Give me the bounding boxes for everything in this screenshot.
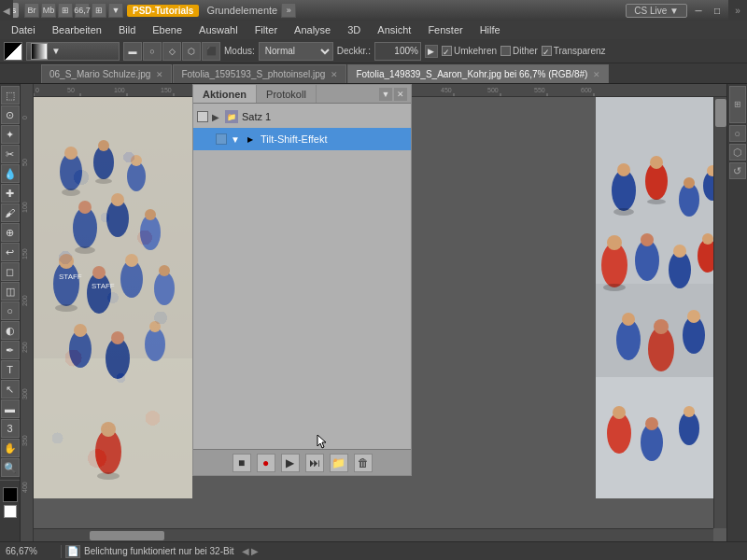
tab-protokoll[interactable]: Protokoll: [257, 85, 317, 103]
menu-ebene[interactable]: Ebene: [145, 22, 190, 37]
umkehren-checkbox[interactable]: [442, 46, 452, 56]
tab-2[interactable]: Fotolia_149839_S_Aaron_Kohr.jpg bei 66,7…: [347, 64, 609, 83]
tool-dodge[interactable]: ◐: [1, 321, 20, 340]
tool-shape[interactable]: ▬: [1, 399, 20, 418]
mode-select[interactable]: Normal: [259, 42, 333, 61]
step-btn[interactable]: ⏭: [305, 454, 324, 472]
status-doc-icon[interactable]: 📄: [65, 545, 80, 558]
svg-point-102: [684, 406, 695, 417]
svg-point-103: [613, 208, 634, 216]
circle-shape-btn[interactable]: ○: [143, 42, 162, 61]
tool-select-rect[interactable]: ⬚: [1, 86, 20, 105]
tool-text[interactable]: T: [1, 360, 20, 379]
panel-icon-1[interactable]: ○: [729, 125, 746, 142]
transparenz-checkbox[interactable]: [542, 46, 552, 56]
opacity-input[interactable]: [374, 42, 421, 61]
preset-select[interactable]: ▼: [26, 42, 120, 61]
menu-fenster[interactable]: Fenster: [420, 22, 470, 37]
fg-color[interactable]: [3, 487, 18, 502]
tool-eraser[interactable]: ◻: [1, 262, 20, 281]
horizontal-scrollbar[interactable]: [34, 528, 713, 541]
stop-btn[interactable]: ■: [233, 454, 251, 472]
layers-panel-btn[interactable]: ⊞: [729, 86, 746, 123]
tool-eyedropper[interactable]: 💧: [1, 164, 20, 183]
tool-pen[interactable]: ✒: [1, 341, 20, 359]
mode-btn[interactable]: 66,7: [75, 3, 90, 18]
arrange-btn2[interactable]: ▼: [108, 3, 123, 18]
scroll-right-icon[interactable]: »: [735, 6, 740, 16]
menu-analyse[interactable]: Analyse: [287, 22, 338, 37]
tool-blur[interactable]: ○: [1, 301, 20, 320]
tool-select-magic[interactable]: ✦: [1, 125, 20, 144]
workspace-label[interactable]: PSD-Tutorials: [127, 5, 199, 17]
tilt-shift-expand[interactable]: ▼: [231, 134, 240, 145]
vertical-scrollbar[interactable]: [713, 97, 726, 528]
hscroll-thumb[interactable]: [90, 531, 164, 540]
tool-brush[interactable]: 🖌: [1, 203, 20, 222]
panel-icon-3[interactable]: ↺: [729, 162, 746, 179]
panel-close-btn[interactable]: ✕: [394, 88, 407, 101]
expand-btn[interactable]: »: [281, 3, 296, 18]
menu-3d[interactable]: 3D: [340, 22, 368, 37]
photo-left[interactable]: STAFF STAFF: [34, 97, 192, 498]
svg-point-56: [125, 254, 138, 267]
svg-point-104: [647, 199, 666, 204]
tilt-shift-row[interactable]: ▼ ▶ Tilt-Shift-Effekt: [193, 128, 411, 150]
menu-hilfe[interactable]: Hilfe: [472, 22, 508, 37]
diamond-shape-btn[interactable]: ◇: [162, 42, 181, 61]
layout-btn[interactable]: ⊞: [58, 3, 73, 18]
rect-shape-btn[interactable]: ▬: [123, 42, 142, 61]
delete-btn[interactable]: 🗑: [354, 454, 373, 472]
tool-heal[interactable]: ✚: [1, 184, 20, 203]
play-btn[interactable]: ▶: [281, 454, 300, 472]
tab-0[interactable]: 06_S_Mario Schulze.jpg ✕: [41, 64, 172, 83]
tool-zoom[interactable]: 🔍: [1, 458, 20, 477]
vscroll-thumb[interactable]: [715, 99, 726, 127]
photo-right[interactable]: [596, 97, 726, 498]
status-arrow-right[interactable]: ▶: [251, 546, 259, 556]
tab-aktionen[interactable]: Aktionen: [193, 85, 257, 103]
scroll-left-icon[interactable]: ◀: [3, 6, 10, 16]
menu-filter[interactable]: Filter: [247, 22, 285, 37]
foreground-swatch[interactable]: [4, 42, 22, 61]
tool-history-brush[interactable]: ↩: [1, 243, 20, 261]
panel-empty-space: [193, 150, 411, 337]
tool-gradient[interactable]: ◫: [1, 282, 20, 301]
canvas-area[interactable]: 0 50 100 150 200 250 300 350 400: [21, 84, 726, 541]
tool-hand[interactable]: ✋: [1, 439, 20, 457]
bridge-btn[interactable]: Br: [24, 3, 39, 18]
mini-btn[interactable]: Mb: [41, 3, 56, 18]
bg-color[interactable]: [4, 505, 17, 518]
tool-stamp[interactable]: ⊕: [1, 223, 20, 242]
satz1-expand[interactable]: ▶: [212, 112, 221, 122]
tab-1[interactable]: Fotolia_1595193_S_photoinsel.jpg ✕: [173, 64, 346, 83]
menu-auswahl[interactable]: Auswahl: [191, 22, 246, 37]
trapez-shape-btn[interactable]: ⬡: [182, 42, 201, 61]
satz1-checkbox[interactable]: [197, 111, 208, 122]
tilt-shift-checkbox[interactable]: [216, 133, 227, 145]
menu-datei[interactable]: Datei: [4, 22, 43, 37]
tab-0-close[interactable]: ✕: [156, 70, 163, 79]
tool-3d[interactable]: 3: [1, 419, 20, 438]
dither-checkbox[interactable]: [500, 46, 511, 56]
panel-icon-2[interactable]: ⬡: [729, 144, 746, 161]
tab-1-close[interactable]: ✕: [331, 70, 338, 79]
tool-crop[interactable]: ✂: [1, 145, 20, 163]
tool-select-lasso[interactable]: ⊙: [1, 105, 20, 124]
cslive-btn[interactable]: CS Live ▼: [626, 4, 687, 18]
menu-ansicht[interactable]: Ansicht: [370, 22, 418, 37]
arrange-btn[interactable]: ⊞: [92, 3, 106, 18]
satz1-row[interactable]: ▶ 📁 Satz 1: [193, 105, 411, 128]
record-btn[interactable]: ●: [257, 454, 275, 472]
opacity-arrow[interactable]: ▶: [425, 45, 438, 58]
menu-bild[interactable]: Bild: [111, 22, 143, 37]
tab-2-close[interactable]: ✕: [593, 70, 600, 79]
custom-shape-btn[interactable]: ⬛: [202, 42, 220, 61]
panel-menu-btn[interactable]: ▼: [379, 88, 392, 101]
minimize-btn[interactable]: ─: [691, 3, 706, 18]
maximize-btn[interactable]: □: [710, 3, 725, 18]
new-set-btn[interactable]: 📁: [330, 454, 348, 472]
menu-bearbeiten[interactable]: Bearbeiten: [45, 22, 109, 37]
status-arrow-left[interactable]: ◀: [242, 546, 249, 556]
tool-path-select[interactable]: ↖: [1, 380, 20, 399]
